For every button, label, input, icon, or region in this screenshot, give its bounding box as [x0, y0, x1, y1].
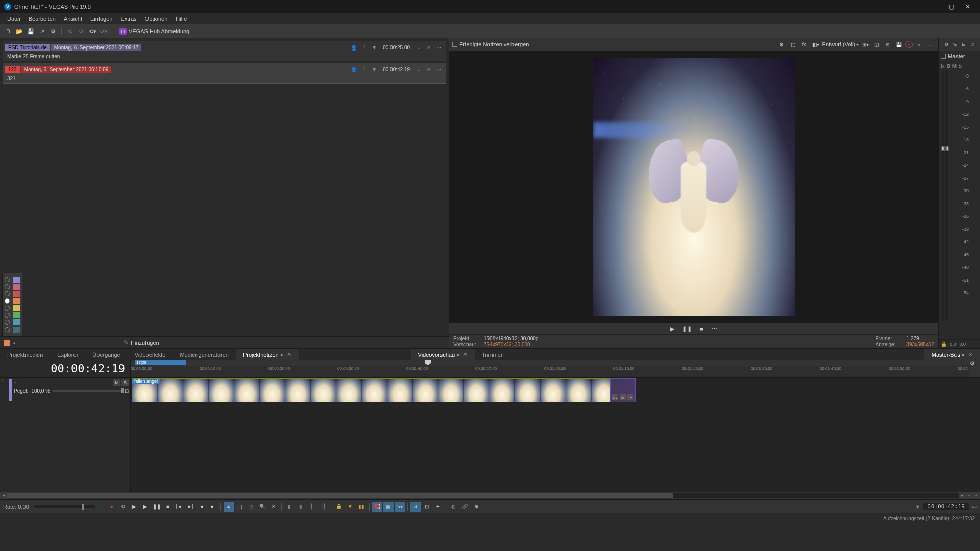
- stop-button[interactable]: ■: [163, 502, 173, 512]
- preview-v-icon[interactable]: V: [905, 41, 913, 48]
- preview-overlay-icon[interactable]: ◱: [872, 40, 881, 49]
- cut-tool[interactable]: ✕: [268, 502, 279, 512]
- preview-pause-icon[interactable]: ❚❚: [680, 325, 694, 332]
- preview-settings-icon[interactable]: ⚙: [777, 40, 787, 49]
- scroll-right-icon[interactable]: ►: [959, 492, 966, 499]
- note-more-icon[interactable]: ⋯: [434, 43, 444, 52]
- note-marker-icon[interactable]: ▼: [370, 43, 379, 52]
- play-start-button[interactable]: ▶: [129, 502, 139, 512]
- note-user-icon[interactable]: 👤: [349, 43, 358, 52]
- preview-fx-icon[interactable]: fx: [800, 40, 809, 49]
- normal-edit-tool[interactable]: ▲: [224, 502, 234, 512]
- menu-extras[interactable]: Extras: [116, 15, 140, 23]
- trim-start-button[interactable]: ▮: [284, 502, 295, 512]
- color-swatch[interactable]: [13, 277, 20, 283]
- track-menu-icon[interactable]: ≡: [14, 380, 17, 386]
- meter-gear-icon[interactable]: ⚙: [943, 41, 950, 48]
- preview-play-icon[interactable]: ▶: [668, 325, 676, 332]
- tab-close-icon[interactable]: ✕: [463, 351, 468, 358]
- track-fx-icon[interactable]: ⊡: [125, 388, 129, 394]
- tab-trimmer[interactable]: Trimmer: [475, 349, 510, 360]
- current-color-swatch[interactable]: [4, 340, 10, 346]
- preview-extra-icon[interactable]: ▭: [926, 40, 935, 49]
- meter-mute-btn[interactable]: M: [952, 63, 957, 69]
- color-option-radio[interactable]: [5, 277, 10, 282]
- track-header[interactable]: 1 ≡ M S Pegel: 100,0 % ⊡: [0, 378, 130, 403]
- lock-button[interactable]: 🔒: [334, 502, 344, 512]
- preview-viewport[interactable]: [449, 51, 938, 323]
- color-swatch[interactable]: [13, 291, 20, 297]
- menu-optionen[interactable]: Optionen: [141, 15, 172, 23]
- open-project-icon[interactable]: 📂: [14, 26, 24, 36]
- marker-button[interactable]: ▼: [345, 502, 355, 512]
- color-swatch[interactable]: [13, 327, 20, 333]
- transition-fx-icon[interactable]: fx: [620, 394, 626, 400]
- auto-edit-button[interactable]: ✦: [433, 502, 443, 512]
- meter-solo-btn[interactable]: S: [958, 63, 962, 69]
- color-picker-popup[interactable]: [2, 273, 22, 336]
- play-button[interactable]: ▶: [140, 502, 151, 512]
- transport-timecode[interactable]: 00:00:42:19: [923, 503, 969, 510]
- menu-ansicht[interactable]: Ansicht: [60, 15, 86, 23]
- menu-datei[interactable]: Datei: [3, 15, 24, 23]
- meter-out-icon[interactable]: ⊟: [960, 41, 967, 48]
- meter-box-icon[interactable]: [941, 54, 946, 59]
- note-user-icon[interactable]: 👤: [349, 65, 358, 74]
- maximize-button[interactable]: ▢: [943, 2, 960, 12]
- layout-icon[interactable]: ▭: [972, 503, 977, 510]
- slip-button[interactable]: ⎮⎮: [318, 502, 328, 512]
- timeline-ruler[interactable]: 17|28 00:00:00:0000:00:10:0000:00:20:000…: [131, 360, 970, 377]
- note-marker-icon[interactable]: ▼: [370, 65, 379, 74]
- meter-scale[interactable]: ▮▮ -3-6-9-12-15-18-21-24-27-30-33-36-39-…: [939, 70, 980, 339]
- note-link-icon[interactable]: ⤴: [359, 43, 369, 52]
- selection-tool[interactable]: ⬚: [235, 502, 245, 512]
- note-done-icon[interactable]: ○: [414, 43, 423, 52]
- color-swatch[interactable]: [13, 305, 20, 311]
- track-lanes[interactable]: fallen angel ⛶ fx ⋯: [131, 378, 980, 492]
- note-done-icon[interactable]: ○: [414, 65, 423, 74]
- rate-slider[interactable]: [34, 505, 95, 508]
- go-end-button[interactable]: ►|: [185, 502, 195, 512]
- tab-projektmedien[interactable]: Projektmedien: [0, 349, 50, 360]
- lock-icon[interactable]: 🔒: [941, 341, 947, 347]
- record-button[interactable]: ●: [107, 502, 117, 512]
- timeline-settings-icon[interactable]: ⚙: [970, 360, 980, 377]
- color-option-radio[interactable]: [5, 298, 10, 304]
- note-more-icon[interactable]: ⋯: [434, 65, 444, 74]
- tab-explorer[interactable]: Explorer: [50, 349, 85, 360]
- preview-ext-icon[interactable]: ▢: [789, 40, 798, 49]
- undo-icon[interactable]: ⟲▾: [87, 26, 97, 36]
- loop-button[interactable]: ↻: [118, 502, 128, 512]
- track-color-swatch[interactable]: [9, 379, 12, 401]
- track-solo-btn[interactable]: S: [121, 379, 129, 386]
- color-swatch[interactable]: [13, 312, 20, 318]
- meter-mixer-icon[interactable]: ♫: [969, 41, 976, 48]
- save-project-icon[interactable]: 💾: [26, 26, 36, 36]
- color-option-radio[interactable]: [5, 291, 10, 296]
- zoom-out-icon[interactable]: −: [966, 492, 973, 499]
- color-swatch[interactable]: [13, 284, 20, 290]
- color-option-radio[interactable]: [5, 284, 10, 289]
- tab-videoeffekte[interactable]: Videoeffekte: [128, 349, 173, 360]
- properties-icon[interactable]: ⚙: [48, 26, 58, 36]
- tab-mediengeneratoren[interactable]: Mediengeneratoren: [173, 349, 236, 360]
- video-clip[interactable]: fallen angel: [132, 378, 636, 402]
- next-frame-button[interactable]: ►: [208, 502, 218, 512]
- note-delete-icon[interactable]: ✕: [424, 43, 433, 52]
- tab-uebergaenge[interactable]: Übergänge: [85, 349, 127, 360]
- menu-einfuegen[interactable]: Einfügen: [86, 15, 116, 23]
- color-option-radio[interactable]: [5, 313, 10, 318]
- meter-fx-btn[interactable]: fx: [941, 63, 945, 69]
- hub-signout[interactable]: H VEGAS Hub Abmeldung: [119, 28, 189, 35]
- color-option-radio[interactable]: [5, 306, 10, 311]
- close-button[interactable]: ✕: [960, 2, 976, 12]
- pin-icon[interactable]: ▫: [962, 352, 964, 358]
- new-project-icon[interactable]: 🗋: [3, 26, 13, 36]
- go-start-button[interactable]: |◄: [174, 502, 184, 512]
- color-option-radio[interactable]: [5, 327, 10, 332]
- link-button[interactable]: 🔗: [460, 502, 470, 512]
- tab-projektnotizen[interactable]: Projektnotizen ▫✕: [236, 349, 299, 360]
- render-icon[interactable]: ↗: [37, 26, 47, 36]
- rate-slider-knob[interactable]: [82, 504, 84, 510]
- transition-more-icon[interactable]: ⋯: [627, 394, 633, 400]
